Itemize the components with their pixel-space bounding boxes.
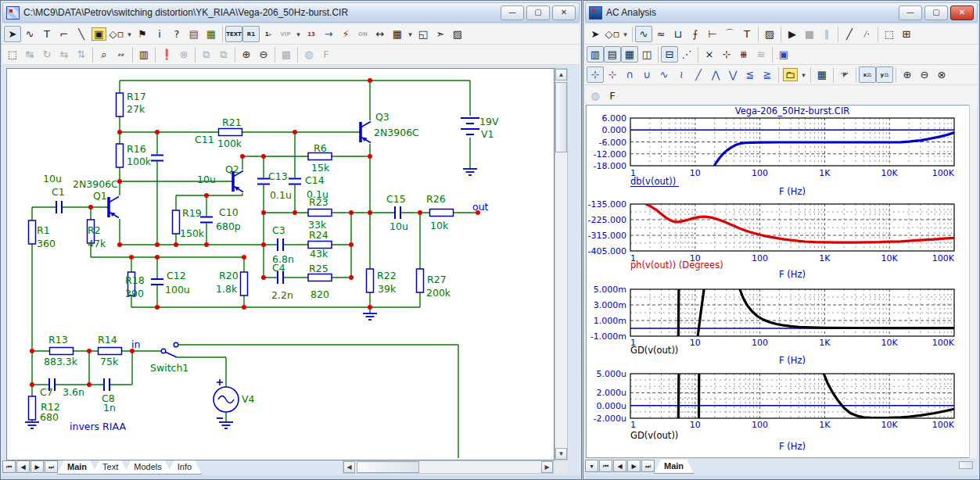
curve-name-label[interactable]: db(v(out)) (630, 176, 676, 187)
clip-art-tool-icon[interactable]: 🗀 (783, 68, 798, 81)
model-viewer-tool-icon[interactable]: ▥ (135, 46, 153, 63)
scroll-right-arrow[interactable]: ▶ (541, 461, 553, 473)
waveform-buffer-tool-icon[interactable]: ≋ (752, 46, 770, 63)
stop-button-icon[interactable]: ■ (801, 26, 818, 42)
tag-format-tool-icon[interactable]: 'P' (836, 66, 853, 83)
page-nav-button[interactable]: ⏭ (641, 460, 655, 472)
right-titlebar[interactable]: AC Analysis — ▢ ✕ (585, 2, 978, 23)
polyline-tool-icon[interactable]: ╱· (858, 26, 875, 42)
measure-tool-icon[interactable]: ↔ (372, 26, 389, 42)
scale-mode-tool-icon[interactable]: ∿ (635, 26, 652, 42)
grid-dropdown-icon[interactable]: ▾ (406, 26, 415, 42)
page-nav-button[interactable]: ◀ (16, 460, 30, 473)
font-tool-icon[interactable]: F (604, 88, 621, 104)
split-window-tool-icon[interactable]: ◱ (415, 26, 432, 42)
schematic-vertical-scrollbar[interactable]: ▲ ▼ (555, 68, 568, 460)
close-button[interactable]: ✕ (950, 5, 974, 20)
help-ball-tool-icon[interactable]: ◍ (587, 88, 604, 104)
select-tool-icon[interactable]: ➤ (587, 26, 604, 42)
cursor-left-tool-icon[interactable]: ⊹ (587, 66, 604, 83)
wire-tool-icon[interactable]: ∿ (21, 26, 38, 42)
find-component-tool-icon[interactable]: ⌕ (95, 46, 113, 63)
find-text-tool-icon[interactable]: ⌕⌕ (113, 46, 130, 63)
shape-dropdown-icon[interactable]: ▾ (125, 26, 134, 42)
zoom-out-tool-icon[interactable]: ⊖ (916, 66, 933, 83)
fourier-window-tool-icon[interactable]: ⌒ (721, 26, 738, 42)
data-points-tool-icon[interactable]: ▦ (813, 66, 831, 83)
vip-mode-toggle-icon[interactable]: VIP (277, 26, 294, 42)
zoom-out-tool-icon[interactable]: ⊖ (255, 46, 272, 63)
page-nav-button[interactable]: ⏭ (45, 460, 58, 473)
curve-name-label[interactable]: GD(v(out)) (630, 345, 678, 356)
line-tool-icon[interactable]: ╲ (73, 26, 90, 42)
top-envelope-tool-icon[interactable]: ≧ (759, 66, 776, 83)
limits-tool-icon[interactable]: ⊢ (704, 26, 721, 42)
schematic-canvas[interactable]: R1727kR16100kC1110uR21100k10uC12N3906CQ1… (6, 68, 555, 460)
flip-x-tool-icon[interactable]: ⇆ (56, 46, 73, 63)
font-tool-icon[interactable]: F (318, 46, 335, 63)
clipboard-tool-icon[interactable]: ▤ (185, 26, 203, 42)
page-nav-button[interactable]: ▶ (627, 460, 641, 472)
stretch-tool-icon[interactable]: ↹ (21, 46, 38, 63)
help-mode-tool-icon[interactable]: ? (168, 26, 185, 42)
schematic-horizontal-scrollbar[interactable]: ◀ ▶ (343, 460, 554, 474)
scroll-down-arrow[interactable]: ▼ (555, 448, 567, 460)
step-forward-tool-icon[interactable]: ⧉ (215, 46, 232, 63)
vip-dropdown-icon[interactable]: ▾ (294, 26, 303, 42)
page-nav-button[interactable]: ⏮ (2, 460, 16, 473)
error-check-tool-icon[interactable]: ❗ (158, 46, 175, 63)
tab-info[interactable]: Info (167, 460, 202, 475)
info-tool-icon[interactable]: i (151, 26, 168, 42)
cursor-info-tool-icon[interactable]: ➣ (432, 26, 449, 42)
scope-tool-icon[interactable]: ▣ (775, 46, 792, 63)
plot-scroll-track[interactable] (969, 105, 977, 458)
tag-horizontal-tool-icon[interactable]: ⧻ (735, 46, 752, 63)
scroll-left-arrow[interactable]: ◀ (343, 461, 355, 473)
grid-toggle-icon[interactable]: ▦ (389, 26, 406, 42)
shape-tool-icon[interactable]: ◇▫ (604, 26, 621, 42)
text-tool-icon[interactable]: T (738, 26, 756, 42)
valley-tool-icon[interactable]: ∪ (638, 66, 655, 83)
tab-models[interactable]: Models (124, 460, 171, 475)
vscroll-thumb[interactable] (555, 82, 567, 152)
clear-errors-tool-icon[interactable]: ⊗ (175, 46, 192, 63)
cursor-mode-tool-icon[interactable]: ≈ (652, 26, 669, 42)
component-bus-tool-icon[interactable]: ▣ (92, 27, 106, 41)
help-ball-tool-icon[interactable]: ◍ (300, 46, 318, 63)
slope-toggle-icon[interactable]: 13 (303, 26, 320, 42)
rotate-tool-icon[interactable]: ↻ (38, 46, 56, 63)
tab-scroll-stub[interactable] (959, 461, 973, 469)
select-box-tool-icon[interactable]: ⬚ (881, 26, 898, 42)
high-tool-icon[interactable]: ∿ (655, 66, 673, 83)
global-low-tool-icon[interactable]: ⋁ (724, 66, 741, 83)
inflection-tool-icon[interactable]: ╱ (690, 66, 707, 83)
maximize-button[interactable]: ▢ (924, 5, 948, 20)
tab-text[interactable]: Text (92, 460, 128, 475)
pause-button-icon[interactable]: ‖ (818, 26, 835, 42)
zoom-in-tool-icon[interactable]: ⊕ (899, 66, 916, 83)
scroll-up-arrow[interactable]: ▲ (555, 69, 567, 81)
left-titlebar[interactable]: C:\MC9\DATA\Petrov\switching distortion\… (2, 2, 580, 23)
pan-tool-icon[interactable]: ▩ (278, 46, 295, 63)
page-nav-button[interactable]: ◀ (613, 460, 626, 472)
full-grid-toggle-icon[interactable]: ▦ (621, 46, 638, 63)
step-back-tool-icon[interactable]: ⧉ (198, 46, 215, 63)
hscroll-thumb[interactable] (357, 461, 419, 473)
node-numbers-toggle-icon[interactable]: 1▹ (260, 26, 277, 42)
line-tool-icon[interactable]: ╱ (841, 26, 858, 42)
zoom-in-tool-icon[interactable]: ⊕ (238, 46, 255, 63)
close-button[interactable]: ✕ (552, 5, 576, 20)
horizontal-grid-toggle-icon[interactable]: ▤ (604, 46, 621, 63)
x-scale-tool-icon[interactable]: x⚖ (859, 66, 876, 83)
panel-toggle-icon[interactable]: ⊟ (661, 46, 678, 63)
minimize-button[interactable]: — (501, 5, 524, 20)
slope-tool-icon[interactable]: ⋰ (678, 46, 695, 63)
measure-v-tool-icon[interactable]: ⨍ (687, 26, 704, 42)
select-tool-icon[interactable]: ➤ (4, 26, 21, 42)
clip-art-dropdown-icon[interactable]: ▾ (799, 66, 808, 83)
dot-grid-toggle-icon[interactable]: ◫ (638, 46, 655, 63)
vertical-grid-toggle-icon[interactable]: ▥ (587, 46, 604, 63)
run-button-icon[interactable]: ▶ (784, 26, 801, 42)
ortho-wire-tool-icon[interactable]: ⌐ (56, 26, 73, 42)
page-nav-button[interactable]: ⏮ (599, 460, 612, 472)
